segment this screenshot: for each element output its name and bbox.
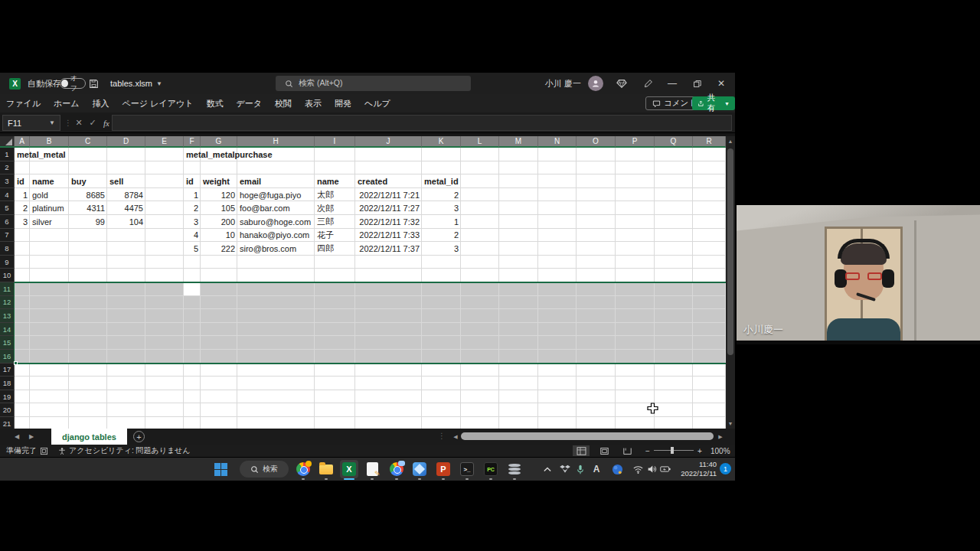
column-header-I[interactable]: I <box>315 136 355 148</box>
sheet-area[interactable]: ABCDEFGHIJKLMNOPQR1234567891011121314151… <box>0 136 726 429</box>
horizontal-scroll-thumb[interactable] <box>461 432 714 440</box>
formula-input[interactable] <box>112 115 732 131</box>
row-header-11[interactable]: 11 <box>0 282 15 296</box>
wifi-icon[interactable] <box>631 458 645 481</box>
sheet-nav-next-icon[interactable]: ▶ <box>25 429 38 445</box>
row-header-9[interactable]: 9 <box>0 256 15 269</box>
taskbar-clock[interactable]: 11:40 2022/12/11 <box>672 460 717 478</box>
cell-G7[interactable]: 10 <box>201 229 237 243</box>
ribbon-tab[interactable]: ファイル <box>6 98 41 109</box>
select-all-corner[interactable] <box>0 136 15 148</box>
cell-J8[interactable]: 2022/12/11 7:37 <box>355 242 422 256</box>
speaker-icon[interactable] <box>645 458 658 481</box>
cell-G5[interactable]: 105 <box>201 201 237 215</box>
scroll-right-icon[interactable]: ▶ <box>717 432 724 442</box>
row-header-4[interactable]: 4 <box>0 188 15 202</box>
row-header-2[interactable]: 2 <box>0 161 15 175</box>
row-header-19[interactable]: 19 <box>0 390 15 404</box>
row-header-6[interactable]: 6 <box>0 215 15 229</box>
row-header-8[interactable]: 8 <box>0 242 15 256</box>
row-header-5[interactable]: 5 <box>0 201 15 215</box>
cell-K4[interactable]: 2 <box>422 188 461 202</box>
cell-A6[interactable]: 3 <box>15 215 30 229</box>
windows-start-icon[interactable] <box>211 460 230 478</box>
vertical-scrollbar[interactable]: ▲ ▼ <box>726 136 735 429</box>
horizontal-scrollbar[interactable]: ◀ ▶ <box>452 432 724 442</box>
column-header-N[interactable]: N <box>538 136 577 148</box>
scroll-down-icon[interactable]: ▼ <box>726 419 735 429</box>
excel-taskbar-icon[interactable]: X <box>340 460 358 478</box>
photos-icon[interactable] <box>410 460 429 478</box>
row-header-21[interactable]: 21 <box>0 417 15 429</box>
avatar[interactable] <box>588 76 603 91</box>
page-break-view-icon[interactable] <box>619 445 635 456</box>
ribbon-tab[interactable]: ページ レイアウト <box>122 98 194 109</box>
row-header-13[interactable]: 13 <box>0 309 15 323</box>
powerpoint-icon[interactable]: P <box>434 460 452 478</box>
cell-K8[interactable]: 3 <box>422 242 461 256</box>
cell-F4[interactable]: 1 <box>184 188 201 202</box>
add-sheet-button[interactable]: + <box>133 431 145 442</box>
cell-F5[interactable]: 2 <box>184 201 201 215</box>
vertical-scroll-thumb[interactable] <box>727 148 733 355</box>
restore-button[interactable] <box>688 73 706 94</box>
cell-F8[interactable]: 5 <box>184 242 201 256</box>
cell-D4[interactable]: 8784 <box>107 188 145 202</box>
row-header-15[interactable]: 15 <box>0 336 15 350</box>
active-cell-F11[interactable] <box>184 283 200 295</box>
cell-J7[interactable]: 2022/12/11 7:33 <box>355 229 422 243</box>
row-header-14[interactable]: 14 <box>0 323 15 337</box>
row-header-10[interactable]: 10 <box>0 269 15 282</box>
row-header-7[interactable]: 7 <box>0 229 15 243</box>
column-header-D[interactable]: D <box>107 136 145 148</box>
notepad-icon[interactable] <box>363 460 381 478</box>
chrome-secondary-icon[interactable] <box>387 460 406 478</box>
zoom-level[interactable]: 100% <box>710 445 730 457</box>
ribbon-tab[interactable]: 挿入 <box>93 98 109 109</box>
ribbon-tab[interactable]: 数式 <box>206 98 223 109</box>
zoom-in-icon[interactable]: + <box>697 445 702 457</box>
cell-C6[interactable]: 99 <box>69 215 107 229</box>
minimize-button[interactable]: — <box>663 73 681 94</box>
cell-C4[interactable]: 8685 <box>69 188 107 202</box>
database-icon[interactable] <box>505 460 524 478</box>
cell-J6[interactable]: 2022/12/11 7:32 <box>355 215 422 229</box>
cell-A5[interactable]: 2 <box>15 201 30 215</box>
account-name[interactable]: 小川 慶一 <box>545 73 581 94</box>
notification-badge[interactable]: 1 <box>720 463 731 474</box>
microphone-icon[interactable] <box>574 458 586 481</box>
cell-J5[interactable]: 2022/12/11 7:27 <box>355 201 422 215</box>
cell-C5[interactable]: 4311 <box>69 201 107 215</box>
column-header-A[interactable]: A <box>15 136 30 148</box>
fill-handle[interactable] <box>14 361 18 365</box>
confirm-entry-icon[interactable]: ✓ <box>86 116 100 130</box>
terminal-icon[interactable]: >_ <box>458 460 476 478</box>
cell-K6[interactable]: 1 <box>422 215 461 229</box>
cell-A4[interactable]: 1 <box>15 188 30 202</box>
save-icon[interactable] <box>89 73 99 94</box>
taskbar-search[interactable]: 検索 <box>240 461 289 478</box>
row-header-12[interactable]: 12 <box>0 296 15 310</box>
cell-G6[interactable]: 200 <box>201 215 237 229</box>
cell-G8[interactable]: 222 <box>201 242 237 256</box>
cell-G4[interactable]: 120 <box>201 188 237 202</box>
pen-mode-icon[interactable] <box>639 73 657 94</box>
scroll-left-icon[interactable]: ◀ <box>452 432 459 442</box>
ime-mode-indicator[interactable]: A <box>590 458 603 481</box>
cell-A1[interactable]: metal_metal <box>15 148 168 161</box>
row-header-17[interactable]: 17 <box>0 364 15 377</box>
column-header-R[interactable]: R <box>693 136 726 148</box>
column-header-L[interactable]: L <box>461 136 499 148</box>
cell-D5[interactable]: 4475 <box>107 201 145 215</box>
page-layout-view-icon[interactable] <box>596 445 612 456</box>
column-header-F[interactable]: F <box>184 136 201 148</box>
cell-J4[interactable]: 2022/12/11 7:21 <box>355 188 422 202</box>
file-explorer-icon[interactable] <box>317 460 335 478</box>
close-button[interactable]: ✕ <box>712 73 730 94</box>
cell-D6[interactable]: 104 <box>107 215 145 229</box>
ribbon-tab[interactable]: 表示 <box>305 98 322 109</box>
cell-K3[interactable]: metal_id <box>422 174 575 188</box>
pycharm-icon[interactable]: PC <box>482 460 500 478</box>
cancel-entry-icon[interactable]: ✕ <box>72 116 86 130</box>
sheet-tab-django-tables[interactable]: django tables <box>51 429 127 445</box>
